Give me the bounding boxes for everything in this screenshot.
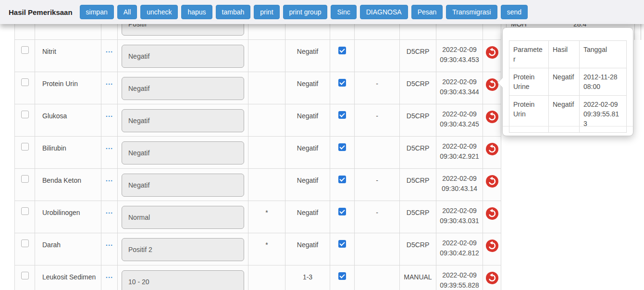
result-input[interactable]: [122, 77, 244, 100]
verified-checkbox[interactable]: [338, 143, 346, 151]
delta-flag: -: [355, 201, 400, 233]
abnormal-flag: *: [248, 233, 285, 265]
toolbar-button-transmigrasi[interactable]: Transmigrasi: [446, 5, 497, 19]
more-options-link[interactable]: ...: [101, 169, 118, 201]
history-icon[interactable]: [486, 207, 498, 220]
verified-checkbox[interactable]: [338, 111, 346, 119]
result-input[interactable]: [122, 206, 244, 229]
toolbar-button-all[interactable]: All: [117, 5, 137, 19]
more-options-link[interactable]: ...: [101, 40, 118, 72]
history-icon[interactable]: [486, 240, 498, 252]
verify-checkbox-cell: [330, 265, 355, 290]
abnormal-flag: [248, 72, 285, 104]
verified-checkbox[interactable]: [338, 208, 346, 215]
result-input-cell: [118, 233, 248, 265]
toolbar-button-simpan[interactable]: simpan: [80, 5, 114, 19]
row-select-cell: [14, 104, 35, 136]
result-input[interactable]: [122, 174, 244, 197]
history-row: Protein UrineNegatif2012-11-28 08:00: [509, 68, 627, 96]
row-checkbox[interactable]: [21, 175, 29, 183]
popover-arrow-icon: [498, 78, 503, 88]
table-row: Urobilinogen ... * Negatif - D5CRP 2022-…: [14, 201, 501, 233]
abnormal-flag: [248, 40, 285, 72]
reference-value: 1-3: [285, 265, 330, 290]
more-options-link[interactable]: ...: [101, 137, 118, 168]
parameter-name: Benda Keton: [35, 169, 101, 201]
result-input[interactable]: [122, 109, 244, 132]
toolbar-button-hapus[interactable]: hapus: [181, 5, 212, 19]
delta-flag: -: [355, 104, 400, 136]
verify-checkbox-cell: [330, 233, 355, 265]
row-checkbox[interactable]: [21, 272, 29, 279]
row-select-cell: [14, 40, 35, 72]
timestamp-date: 2022-02-09: [436, 77, 483, 87]
verified-checkbox[interactable]: [338, 47, 346, 54]
method-value: MANUAL: [400, 265, 436, 290]
toolbar: Hasil Pemeriksaan simpanAlluncheckhapust…: [0, 0, 644, 24]
toolbar-button-print-group[interactable]: print group: [283, 5, 328, 19]
more-options-link[interactable]: ...: [101, 265, 118, 290]
timestamp: 2022-02-0909:30:43.453: [436, 40, 483, 72]
verify-checkbox-cell: [330, 137, 355, 168]
result-input-cell: [118, 104, 248, 136]
toolbar-button-sinc[interactable]: Sinc: [331, 5, 356, 19]
row-checkbox[interactable]: [21, 143, 29, 151]
result-input[interactable]: [122, 141, 244, 164]
more-options-link[interactable]: ...: [101, 104, 118, 136]
timestamp-time: 09:30:43.031: [436, 216, 483, 226]
more-options-link[interactable]: ...: [101, 233, 118, 265]
result-input[interactable]: [122, 45, 244, 68]
method-value: D5CRP: [400, 137, 436, 168]
delta-flag: [355, 233, 400, 265]
history-icon[interactable]: [486, 272, 498, 284]
history-icon[interactable]: [486, 111, 498, 123]
result-input[interactable]: [122, 238, 244, 261]
row-checkbox[interactable]: [21, 111, 29, 118]
toolbar-button-print[interactable]: print: [254, 5, 279, 19]
reference-value: Negatif: [285, 104, 330, 136]
history-icon[interactable]: [486, 143, 498, 155]
timestamp: 2022-02-0909:39:55.828: [436, 265, 483, 290]
timestamp-date: 2022-02-09: [436, 45, 483, 55]
timestamp-date: 2022-02-09: [436, 238, 483, 248]
row-checkbox[interactable]: [21, 46, 29, 54]
history-icon-cell: [483, 265, 501, 290]
history-icon-cell: [483, 201, 501, 233]
timestamp: 2022-02-0909:30:43.031: [436, 201, 483, 233]
toolbar-button-diagnosa[interactable]: DIAGNOSA: [360, 5, 408, 19]
result-input[interactable]: [122, 270, 244, 290]
toolbar-button-uncheck[interactable]: uncheck: [140, 5, 178, 19]
table-row: Bilirubin ... Negatif D5CRP 2022-02-0909…: [14, 137, 501, 169]
timestamp-date: 2022-02-09: [436, 141, 483, 151]
toolbar-button-tambah[interactable]: tambah: [216, 5, 251, 19]
timestamp-date: 2022-02-09: [436, 270, 483, 280]
toolbar-button-send[interactable]: send: [501, 5, 528, 19]
result-input-cell: [118, 137, 248, 168]
toolbar-button-pesan[interactable]: Pesan: [411, 5, 443, 19]
abnormal-flag: *: [248, 201, 285, 233]
timestamp-date: 2022-02-09: [436, 174, 483, 184]
history-icon[interactable]: [486, 46, 498, 59]
reference-value: Negatif: [285, 137, 330, 168]
delta-flag: -: [355, 72, 400, 104]
method-value: D5CRP: [400, 201, 436, 233]
reference-value: Negatif: [285, 40, 330, 72]
result-input-cell: [118, 265, 248, 290]
history-icon[interactable]: [486, 175, 498, 188]
table-row: Protein Urin ... Negatif - D5CRP 2022-02…: [14, 72, 501, 104]
verified-checkbox[interactable]: [338, 176, 346, 183]
more-options-link[interactable]: ...: [101, 72, 118, 104]
timestamp-time: 09:30:43.453: [436, 55, 483, 65]
row-checkbox[interactable]: [21, 240, 29, 247]
abnormal-flag: [248, 137, 285, 168]
row-checkbox[interactable]: [21, 207, 29, 215]
verified-checkbox[interactable]: [338, 272, 346, 280]
history-icon[interactable]: [486, 78, 498, 91]
verified-checkbox[interactable]: [338, 79, 346, 87]
results-table: 09:30:43.563 Nitrit ... Negatif D5CRP 20…: [14, 8, 501, 290]
verified-checkbox[interactable]: [338, 240, 346, 248]
result-input-cell: [118, 40, 248, 72]
more-options-link[interactable]: ...: [101, 201, 118, 233]
row-checkbox[interactable]: [21, 78, 29, 86]
popover-footer-divider: [503, 126, 633, 126]
